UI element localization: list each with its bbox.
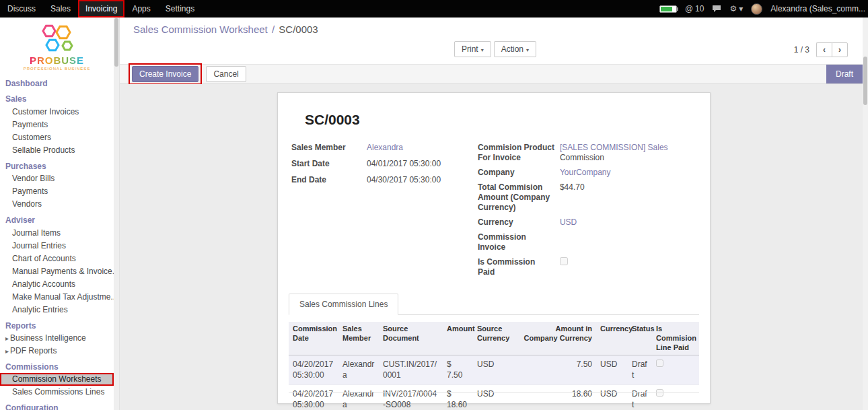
page-scrollbar[interactable] — [863, 18, 868, 410]
commission-product-rest: Commission — [560, 153, 604, 162]
notebook-tabs: Sales Commission Lines — [289, 294, 699, 315]
sales-member-link[interactable]: Alexandra — [367, 143, 403, 152]
sidebar-item-journal-entries[interactable]: Journal Entries — [0, 240, 114, 252]
breadcrumb-parent[interactable]: Sales Commission Worksheet — [133, 24, 268, 35]
company-link[interactable]: YourCompany — [560, 168, 611, 177]
menu-apps[interactable]: Apps — [124, 0, 157, 18]
messages-icon[interactable] — [712, 5, 721, 13]
total-commission-value: $44.70 — [560, 182, 696, 213]
cell-currency: USD — [596, 385, 628, 410]
caret-down-icon: ▾ — [739, 4, 743, 13]
cancel-button[interactable]: Cancel — [206, 66, 246, 82]
sidebar-scrollbar[interactable] — [114, 18, 119, 410]
field-label-is-commission-paid: Is Commission Paid — [478, 257, 560, 277]
caret-down-icon: ▾ — [526, 47, 529, 53]
cell-source-currency: USD — [473, 385, 519, 410]
column-header-line-paid[interactable]: Is Commision Line Paid — [652, 322, 699, 355]
sidebar-item-dashboard[interactable]: Dashboard — [0, 77, 114, 90]
sidebar-item-journal-items[interactable]: Journal Items — [0, 227, 114, 240]
sidebar-item-business-intelligence[interactable]: ▸Business Intelligence — [0, 332, 114, 345]
currency-link[interactable]: USD — [560, 217, 577, 227]
sidebar-item-analytic-entries[interactable]: Analytic Entries — [0, 304, 114, 316]
sidebar-section-purchases: Purchases — [0, 160, 114, 172]
field-label-commission-product: Commision Product For Invoice — [478, 143, 560, 163]
start-date-value: 04/01/2017 05:30:00 — [367, 159, 478, 169]
column-header-commission-date[interactable]: Commission Date — [289, 322, 338, 355]
end-date-value: 04/30/2017 05:30:00 — [367, 175, 478, 185]
create-invoice-button[interactable]: Create Invoice — [132, 66, 198, 82]
battery-icon — [659, 5, 677, 13]
column-header-currency[interactable]: Currency — [596, 322, 628, 355]
main-area: Sales Commission Worksheet / SC/0003 Pri… — [120, 18, 868, 410]
column-header-sales-member[interactable]: Sales Member — [338, 322, 379, 355]
sidebar-item-customer-invoices[interactable]: Customer Invoices — [0, 106, 114, 118]
cell-amount: $ 7.50 — [443, 355, 473, 385]
menu-settings[interactable]: Settings — [158, 0, 202, 18]
sidebar-item-pdf-reports[interactable]: ▸PDF Reports — [0, 345, 114, 357]
field-label-total-commission: Total Commision Amount (Company Currency… — [478, 182, 560, 213]
top-bar: Discuss Sales Invoicing Apps Settings @ … — [0, 0, 868, 18]
scrollbar-thumb[interactable] — [114, 18, 118, 67]
expand-arrow-icon: ▸ — [5, 335, 9, 342]
column-header-status[interactable]: Status — [628, 322, 652, 355]
breadcrumb-current: SC/0003 — [279, 24, 318, 35]
sidebar-section-reports: Reports — [0, 320, 114, 332]
column-header-amount[interactable]: Amount — [443, 322, 473, 355]
activity-indicator[interactable]: @ 10 — [685, 4, 704, 13]
breadcrumb: Sales Commission Worksheet / SC/0003 — [133, 24, 857, 35]
print-button[interactable]: Print▾ — [454, 41, 491, 57]
tab-sales-commission-lines[interactable]: Sales Commission Lines — [289, 294, 398, 315]
menu-sales[interactable]: Sales — [43, 0, 78, 18]
sidebar-item-label: PDF Reports — [10, 346, 57, 355]
field-label-company: Company — [478, 168, 560, 178]
sidebar-item-payments-sales[interactable]: Payments — [0, 118, 114, 131]
sidebar-item-payments-purchases[interactable]: Payments — [0, 185, 114, 198]
breadcrumb-separator: / — [272, 24, 275, 35]
menu-discuss[interactable]: Discuss — [0, 0, 43, 18]
sidebar-item-make-manual-tax-adjustment[interactable]: Make Manual Tax Adjustme... — [0, 291, 114, 304]
sidebar-item-vendor-bills[interactable]: Vendor Bills — [0, 172, 114, 185]
status-badge: Draft — [826, 65, 863, 83]
sidebar-item-chart-of-accounts[interactable]: Chart of Accounts — [0, 252, 114, 265]
sidebar-item-commission-worksheets[interactable]: Commission Worksheets — [0, 373, 114, 386]
commission-product-link[interactable]: [SALES COMMISSION] Sales — [560, 143, 668, 152]
sidebar-item-sales-commissions-lines[interactable]: Sales Commissions Lines — [0, 386, 114, 399]
sidebar-section-configuration: Configuration — [0, 402, 114, 410]
user-menu[interactable]: Alexandra (Sales_comm... — [770, 4, 865, 13]
app-menu: Discuss Sales Invoicing Apps Settings — [0, 0, 202, 18]
sidebar-item-analytic-accounts[interactable]: Analytic Accounts — [0, 278, 114, 291]
cell-document: CUST.IN/2017/0001 — [379, 355, 443, 385]
menu-invoicing[interactable]: Invoicing — [78, 0, 124, 18]
table-row[interactable]: 04/20/2017 05:30:00 Alexandra INV/2017/0… — [289, 385, 699, 410]
field-group-left: Sales Member Alexandra Start Date 04/01/… — [291, 143, 478, 277]
sheet-divider — [289, 392, 699, 392]
field-label-sales-member: Sales Member — [291, 143, 367, 153]
field-label-end-date: End Date — [291, 175, 367, 185]
sidebar-item-customers[interactable]: Customers — [0, 131, 114, 144]
line-paid-checkbox — [656, 389, 663, 397]
column-header-amount-company[interactable]: Amount in Company Currency — [519, 322, 596, 355]
table-header-row: Commission Date Sales Member Source Docu… — [289, 322, 699, 355]
sidebar-item-manual-payments-invoice[interactable]: Manual Payments & Invoice... — [0, 265, 114, 278]
table-row[interactable]: 04/20/2017 05:30:00 Alexandra CUST.IN/20… — [289, 355, 699, 385]
cell-amount-company: 18.60 — [519, 385, 596, 410]
gear-icon: ⚙ — [729, 4, 737, 13]
commission-lines-table: Commission Date Sales Member Source Docu… — [289, 322, 699, 410]
scrollbar-thumb[interactable] — [863, 57, 867, 105]
cell-date: 04/20/2017 05:30:00 — [289, 355, 338, 385]
avatar[interactable] — [751, 3, 762, 15]
pager-next-button[interactable]: › — [832, 42, 848, 57]
sidebar-item-sellable-products[interactable]: Sellable Products — [0, 144, 114, 157]
field-label-commission-invoice: Commission Invoice — [478, 232, 560, 252]
debug-menu[interactable]: ⚙ ▾ — [729, 4, 743, 13]
action-button[interactable]: Action▾ — [494, 41, 536, 57]
sidebar-section-commissions: Commissions — [0, 361, 114, 373]
column-header-source-document[interactable]: Source Document — [379, 322, 443, 355]
column-header-source-currency[interactable]: Source Currency — [473, 322, 519, 355]
cell-amount-company: 7.50 — [519, 355, 596, 385]
logo-tagline: PROFESSIONAL BUSINESS — [24, 67, 90, 71]
sidebar-item-vendors[interactable]: Vendors — [0, 198, 114, 211]
annotation-box: Create Invoice — [129, 63, 202, 85]
pager-previous-button[interactable]: ‹ — [816, 42, 832, 57]
cell-currency: USD — [596, 355, 628, 385]
